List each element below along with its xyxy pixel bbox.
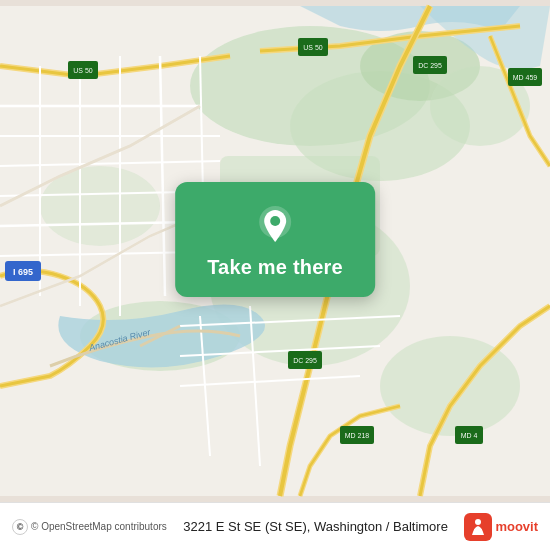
osm-logo: © xyxy=(12,519,28,535)
svg-text:DC 295: DC 295 xyxy=(418,62,442,69)
svg-text:US 50: US 50 xyxy=(73,67,93,74)
svg-text:DC 295: DC 295 xyxy=(293,357,317,364)
location-pin-icon xyxy=(253,204,297,248)
moovit-text: moovit xyxy=(495,519,538,534)
svg-point-44 xyxy=(270,216,280,226)
osm-attribution: © © OpenStreetMap contributors xyxy=(12,519,167,535)
app: I 695 US 50 US 50 DC 295 DC 295 MD 459 M… xyxy=(0,0,550,550)
osm-attribution-text: © OpenStreetMap contributors xyxy=(31,521,167,532)
svg-text:MD 218: MD 218 xyxy=(345,432,370,439)
svg-text:MD 4: MD 4 xyxy=(461,432,478,439)
svg-text:MD 459: MD 459 xyxy=(513,74,538,81)
moovit-logo: moovit xyxy=(464,513,538,541)
address-text: 3221 E St SE (St SE), Washington / Balti… xyxy=(167,519,465,534)
svg-text:US 50: US 50 xyxy=(303,44,323,51)
map-container: I 695 US 50 US 50 DC 295 DC 295 MD 459 M… xyxy=(0,0,550,502)
moovit-icon xyxy=(464,513,492,541)
svg-text:I 695: I 695 xyxy=(13,267,33,277)
bottom-bar: © © OpenStreetMap contributors 3221 E St… xyxy=(0,502,550,550)
take-me-there-card[interactable]: Take me there xyxy=(175,182,375,297)
svg-point-46 xyxy=(475,519,481,525)
take-me-there-label: Take me there xyxy=(207,256,343,279)
